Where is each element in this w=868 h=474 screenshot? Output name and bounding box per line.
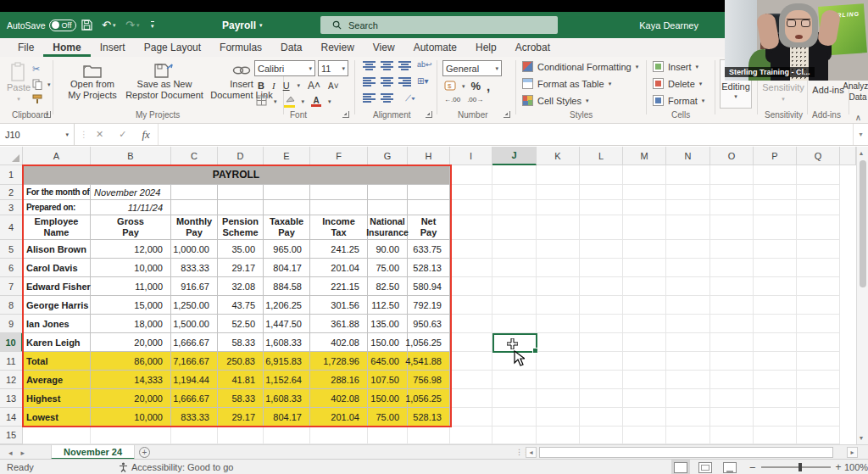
number-format-combo[interactable]: General▾: [442, 60, 502, 76]
cell-O10[interactable]: [710, 333, 754, 352]
cell-H10[interactable]: 1,056.25: [408, 333, 450, 352]
cell-B10[interactable]: 20,000: [91, 333, 171, 352]
cell-Q13[interactable]: [797, 389, 840, 408]
cell-P2[interactable]: [754, 185, 797, 200]
prev-sheet-button[interactable]: ◂: [8, 449, 13, 457]
cell-M7[interactable]: [623, 277, 666, 296]
cell-J5[interactable]: [492, 240, 537, 259]
cell-M6[interactable]: [623, 259, 666, 277]
row-header-5[interactable]: 5: [0, 240, 23, 259]
cell-C5[interactable]: 1,000.00: [171, 240, 218, 259]
cell-G12[interactable]: 107.50: [368, 371, 408, 389]
tab-file[interactable]: File: [8, 39, 43, 56]
cell-G15[interactable]: [368, 427, 408, 444]
cell-N8[interactable]: [666, 296, 710, 315]
cell-F8[interactable]: 301.56: [310, 296, 368, 315]
cell-I10[interactable]: [450, 333, 492, 352]
tab-formulas[interactable]: Formulas: [210, 39, 271, 56]
row-header-12[interactable]: 12: [0, 371, 23, 389]
cell-I11[interactable]: [450, 352, 492, 371]
cell-Q3[interactable]: [797, 200, 840, 215]
cell-J15[interactable]: [492, 427, 537, 444]
save-as-new-repstor-document-button[interactable]: Save as New Repstor Document: [125, 62, 203, 101]
enter-button[interactable]: ✓: [119, 129, 126, 140]
cell-M10[interactable]: [623, 333, 666, 352]
accounting-format-button[interactable]: $: [444, 81, 456, 92]
horizontal-scroll-thumb[interactable]: [539, 447, 833, 458]
cell-E12[interactable]: 1,152.64: [264, 371, 310, 389]
cell-C12[interactable]: 1,194.44: [171, 371, 218, 389]
cell-F6[interactable]: 201.04: [310, 259, 368, 277]
align-left-icon[interactable]: [363, 93, 376, 103]
cell-M5[interactable]: [623, 240, 666, 259]
cell-M8[interactable]: [623, 296, 666, 315]
cell-J1[interactable]: [492, 165, 537, 185]
cell-I1[interactable]: [450, 165, 492, 185]
comma-style-button[interactable]: ,: [487, 79, 490, 93]
cell-I5[interactable]: [450, 240, 492, 259]
cell-L15[interactable]: [580, 427, 623, 444]
cell-D12[interactable]: 41.81: [218, 371, 264, 389]
cell-L12[interactable]: [580, 371, 623, 389]
cell-C2[interactable]: [171, 185, 218, 200]
cell-D8[interactable]: 43.75: [218, 296, 264, 315]
cell-P14[interactable]: [754, 408, 797, 427]
cell-M12[interactable]: [623, 371, 666, 389]
cell-H7[interactable]: 580.94: [408, 277, 450, 296]
cell-A14[interactable]: Lowest: [23, 408, 91, 427]
cell-K1[interactable]: [537, 165, 580, 185]
row-header-3[interactable]: 3: [0, 200, 23, 215]
cell-F5[interactable]: 241.25: [310, 240, 368, 259]
align-center-icon[interactable]: [381, 93, 393, 103]
format-as-table-button[interactable]: Format as Table▾: [522, 78, 611, 89]
cell-A10[interactable]: Karen Leigh: [23, 333, 91, 352]
tab-acrobat[interactable]: Acrobat: [506, 39, 559, 56]
row-header-10[interactable]: 10: [0, 333, 23, 352]
cell-G2[interactable]: [368, 185, 408, 200]
cell-P12[interactable]: [754, 371, 797, 389]
cell-C10[interactable]: 1,666.67: [171, 333, 218, 352]
cell-G5[interactable]: 90.00: [368, 240, 408, 259]
page-break-view-button[interactable]: [723, 462, 737, 473]
cell-K13[interactable]: [537, 389, 580, 408]
cell-E5[interactable]: 965.00: [264, 240, 310, 259]
increase-font-button[interactable]: A˄: [308, 80, 320, 92]
cell-J14[interactable]: [492, 408, 537, 427]
cell-P6[interactable]: [754, 259, 797, 277]
cell-A3[interactable]: Prepared on:: [23, 200, 91, 215]
cell-H6[interactable]: 528.13: [408, 259, 450, 277]
cell-B15[interactable]: [91, 427, 171, 444]
cell-I7[interactable]: [450, 277, 492, 296]
font-size-combo[interactable]: 11▾: [318, 60, 348, 76]
cell-L6[interactable]: [580, 259, 623, 277]
cell-P13[interactable]: [754, 389, 797, 408]
cell-M15[interactable]: [623, 427, 666, 444]
new-sheet-button[interactable]: +: [139, 447, 150, 458]
name-box[interactable]: J10▾: [0, 124, 75, 145]
cell-J7[interactable]: [492, 277, 537, 296]
cell-I8[interactable]: [450, 296, 492, 315]
cell-K8[interactable]: [537, 296, 580, 315]
cell-B14[interactable]: 10,000: [91, 408, 171, 427]
cell-H14[interactable]: 528.13: [408, 408, 450, 427]
row-header-9[interactable]: 9: [0, 315, 23, 333]
clipboard-dialog-launcher[interactable]: [44, 111, 51, 118]
row-header-8[interactable]: 8: [0, 296, 23, 315]
cell-F2[interactable]: [310, 185, 368, 200]
cell-E2[interactable]: [264, 185, 310, 200]
format-cells-button[interactable]: Format▾: [653, 95, 704, 106]
row-header-1[interactable]: 1: [0, 165, 23, 185]
open-from-my-projects-button[interactable]: Open from My Projects: [59, 62, 125, 101]
cell-A9[interactable]: Ian Jones: [23, 315, 91, 333]
row-header-4[interactable]: 4: [0, 215, 23, 240]
cell-H3[interactable]: [408, 200, 450, 215]
cell-D14[interactable]: 29.17: [218, 408, 264, 427]
cell-B7[interactable]: 11,000: [91, 277, 171, 296]
cell-O14[interactable]: [710, 408, 754, 427]
document-title[interactable]: Payroll▾: [222, 12, 263, 38]
cell-I9[interactable]: [450, 315, 492, 333]
scroll-down-arrow[interactable]: ▾: [860, 434, 863, 442]
cell-Q12[interactable]: [797, 371, 840, 389]
cell-N15[interactable]: [666, 427, 710, 444]
cell-L11[interactable]: [580, 352, 623, 371]
